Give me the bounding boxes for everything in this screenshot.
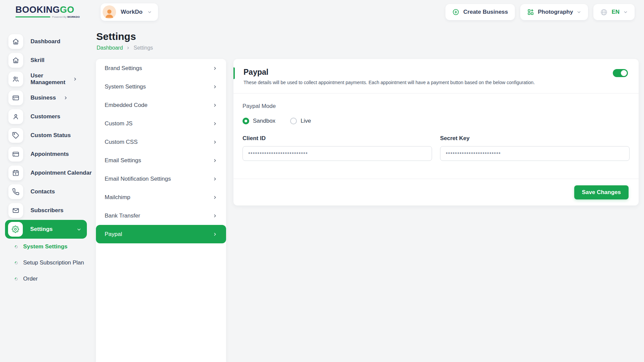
settings-nav-email-settings[interactable]: Email Settings — [96, 151, 226, 170]
sidebar-item-label: Contacts — [31, 188, 96, 195]
sidebar-item-subscribers[interactable]: Subscribers — [0, 201, 96, 220]
paypal-settings-panel: Paypal These details will be used to col… — [233, 59, 639, 205]
sidebar-subitem-order[interactable]: Order — [0, 271, 96, 287]
chevron-right-icon — [213, 214, 217, 218]
tag-icon — [8, 128, 23, 143]
sidebar-item-label: User Management — [31, 72, 65, 86]
chevron-down-icon — [147, 10, 152, 14]
settings-nav-paypal[interactable]: Paypal — [96, 225, 226, 243]
settings-nav-system-settings[interactable]: System Settings — [96, 77, 226, 96]
top-bar-actions: Create Business Photography EN — [445, 4, 635, 20]
breadcrumb-dashboard-link[interactable]: Dashboard — [97, 45, 123, 51]
sidebar-item-label: Customers — [31, 113, 96, 120]
brand-underline — [15, 16, 50, 17]
sidebar-item-skrill[interactable]: Skrill — [0, 51, 96, 70]
save-changes-button[interactable]: Save Changes — [574, 185, 629, 199]
sidebar-item-user-management[interactable]: User Management — [0, 70, 96, 88]
chevron-right-icon — [213, 158, 217, 163]
nav-item-label: Custom JS — [105, 120, 132, 127]
chevron-right-icon — [213, 121, 217, 126]
client-id-label: Client ID — [243, 135, 432, 142]
bullet-icon — [14, 245, 18, 249]
sidebar-item-label: Settings — [30, 226, 69, 233]
powered-by-brand: WORKDO — [67, 15, 79, 18]
credit-card-icon — [8, 90, 23, 105]
sidebar-item-appointment-calendar[interactable]: Appointment Calendar — [0, 164, 96, 182]
sidebar-subitem-system-settings[interactable]: System Settings — [0, 239, 96, 255]
chevron-right-icon — [213, 195, 217, 200]
settings-nav-embedded-code[interactable]: Embedded Code — [96, 96, 226, 114]
bullet-icon — [14, 261, 18, 265]
nav-item-label: Embedded Code — [105, 102, 148, 109]
radio-unchecked-icon[interactable] — [290, 118, 297, 124]
brand-logo[interactable]: BOOKINGGO Powered By WORKDO — [15, 5, 71, 18]
language-selector[interactable]: EN — [593, 4, 635, 20]
credit-card-icon — [8, 147, 23, 162]
business-type-label: Photography — [538, 9, 573, 15]
radio-label: Sandbox — [253, 118, 275, 124]
breadcrumb: Dashboard Settings — [97, 45, 153, 51]
paypal-mode-options: Sandbox Live — [243, 118, 630, 124]
chevron-down-icon — [623, 10, 628, 14]
brand-name-primary: BOOKING — [15, 5, 60, 15]
chevron-right-icon — [213, 232, 217, 237]
phone-icon — [8, 184, 23, 199]
nav-item-label: Mailchimp — [105, 194, 130, 201]
paypal-mode-label: Paypal Mode — [243, 103, 630, 110]
settings-nav-email-notification-settings[interactable]: Email Notification Settings — [96, 170, 226, 188]
nav-item-label: Bank Transfer — [105, 213, 140, 219]
person-avatar-icon — [103, 7, 115, 19]
chevron-right-icon — [213, 177, 217, 181]
chevron-down-icon — [577, 10, 581, 14]
gear-icon — [8, 222, 23, 237]
user-icon — [8, 109, 23, 124]
settings-nav-bank-transfer[interactable]: Bank Transfer — [96, 206, 226, 225]
secret-key-input[interactable] — [440, 146, 630, 161]
paypal-enabled-toggle[interactable] — [613, 69, 628, 77]
sidebar-item-appointments[interactable]: Appointments — [0, 145, 96, 164]
sidebar-item-business[interactable]: Business — [0, 88, 96, 107]
breadcrumb-current: Settings — [133, 45, 153, 51]
sidebar-subitem-setup-subscription-plan[interactable]: Setup Subscription Plan — [0, 255, 96, 271]
settings-nav-mailchimp[interactable]: Mailchimp — [96, 188, 226, 206]
radio-option-sandbox[interactable]: Sandbox — [243, 118, 275, 124]
sidebar: Dashboard Skrill User Management Busines… — [0, 24, 96, 362]
secret-key-label: Secret Key — [440, 135, 630, 142]
home-icon — [8, 34, 23, 49]
sidebar-item-settings[interactable]: Settings — [5, 220, 87, 239]
top-bar: BOOKINGGO Powered By WORKDO WorkDo Creat… — [0, 0, 644, 24]
home-icon — [8, 53, 23, 68]
nav-item-label: Custom CSS — [105, 139, 138, 145]
chevron-right-icon — [126, 46, 130, 50]
sidebar-item-label: Appointment Calendar — [31, 170, 96, 176]
radio-checked-icon[interactable] — [243, 118, 249, 124]
sidebar-item-customers[interactable]: Customers — [0, 107, 96, 126]
sidebar-item-dashboard[interactable]: Dashboard — [0, 32, 96, 51]
chevron-right-icon — [73, 77, 77, 81]
settings-nav-custom-css[interactable]: Custom CSS — [96, 133, 226, 151]
globe-icon — [600, 8, 608, 16]
nav-item-label: Paypal — [105, 231, 122, 238]
client-id-input[interactable] — [243, 146, 432, 161]
settings-nav-custom-js[interactable]: Custom JS — [96, 114, 226, 133]
chevron-right-icon — [213, 84, 217, 89]
workspace-switcher[interactable]: WorkDo — [101, 3, 158, 21]
settings-nav-brand-settings[interactable]: Brand Settings — [96, 59, 226, 77]
chevron-right-icon — [213, 140, 217, 144]
business-type-selector[interactable]: Photography — [520, 4, 588, 20]
sidebar-subitem-label: Setup Subscription Plan — [23, 259, 84, 266]
sidebar-item-custom-status[interactable]: Custom Status — [0, 126, 96, 145]
nav-item-label: Brand Settings — [105, 65, 142, 72]
plus-circle-icon — [452, 8, 460, 16]
panel-header: Paypal These details will be used to col… — [233, 59, 639, 94]
sidebar-item-contacts[interactable]: Contacts — [0, 182, 96, 201]
sidebar-item-label: Dashboard — [31, 38, 96, 45]
panel-description: These details will be used to collect ap… — [244, 80, 629, 85]
mail-icon — [8, 203, 23, 218]
create-business-button[interactable]: Create Business — [445, 4, 515, 20]
radio-option-live[interactable]: Live — [290, 118, 311, 124]
panel-title: Paypal — [244, 68, 629, 77]
users-icon — [8, 72, 23, 86]
sidebar-subitem-label: Order — [23, 276, 38, 282]
accent-bar — [233, 67, 235, 79]
